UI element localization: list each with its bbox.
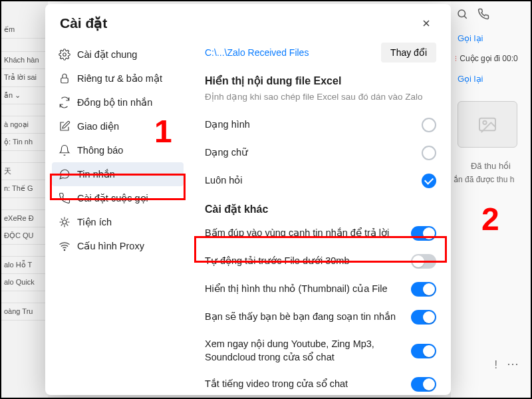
wifi-icon — [59, 240, 70, 252]
bg-recalled-label: Đã thu hồi — [451, 161, 531, 171]
sidebar-item-general[interactable]: Cài đặt chung — [52, 43, 184, 66]
radio-unchecked[interactable] — [422, 146, 436, 160]
toggle-off[interactable] — [411, 254, 436, 269]
sidebar-item-label: Cấu hình Proxy — [77, 241, 144, 251]
excel-option-image[interactable]: Dạng hình — [205, 111, 436, 139]
bg-call-again-2: Gọi lại — [451, 70, 531, 88]
sidebar-item-utilities[interactable]: Tiện ích — [52, 210, 184, 234]
settings-content: C:\...\Zalo Received Files Thay đổi Hiển… — [190, 39, 451, 395]
svg-point-7 — [64, 249, 65, 251]
gear-icon — [59, 49, 70, 61]
svg-point-3 — [483, 121, 486, 124]
sidebar-item-label: Riêng tư & bảo mật — [77, 73, 162, 84]
opt-autoload-file[interactable]: Tự động tải trước File dưới 30mb — [205, 247, 436, 275]
excel-section-sub: Định dạng khi sao chép file Excel sau đó… — [205, 91, 436, 102]
opt-typing-indicator[interactable]: Bạn sẽ thấy bạn bè bạn đang soạn tin nhắ… — [205, 303, 436, 331]
lock-icon — [59, 72, 70, 84]
svg-point-4 — [63, 53, 66, 57]
sidebar-item-label: Thông báo — [77, 145, 123, 156]
bg-status-text: ắn đã được thu h — [451, 171, 531, 188]
toggle-on[interactable] — [411, 344, 436, 358]
excel-section-heading: Hiển thị nội dung file Excel — [205, 74, 436, 87]
excel-option-ask[interactable]: Luôn hỏi — [205, 167, 436, 195]
settings-modal: Cài đặt Cài đặt chung Riêng tư & bảo mật… — [45, 4, 451, 395]
opt-show-thumbnail[interactable]: Hiển thị hình thu nhỏ (Thumbnail) của Fi… — [205, 275, 436, 303]
sidebar-item-label: Tiện ích — [77, 217, 112, 227]
bell-icon — [59, 144, 70, 156]
sidebar-item-label: Tin nhắn — [77, 169, 115, 180]
extension-icon — [59, 216, 70, 228]
svg-rect-5 — [61, 78, 68, 83]
opt-mute-video[interactable]: Tắt tiếng video trong cửa sổ chat — [205, 370, 436, 395]
sync-icon — [59, 96, 70, 108]
settings-sidebar: Cài đặt chung Riêng tư & bảo mật Đồng bộ… — [45, 39, 190, 395]
sidebar-item-messages[interactable]: Tin nhắn — [52, 162, 184, 186]
other-section-heading: Cài đặt khác — [205, 203, 436, 215]
opt-double-click-reply[interactable]: Bấm đúp vào vùng cạnh tin nhắn để trả lờ… — [205, 219, 436, 247]
bg-conversation-list: ếm Khách hàn Trả lời sai ắn ⌄ à ngoại ộ:… — [1, 1, 48, 398]
bg-call-info: ⸽ Cuộc gọi đi 00:0 — [451, 47, 531, 70]
sidebar-item-notifications[interactable]: Thông báo — [52, 138, 184, 162]
more-icon: ⋯ — [507, 356, 519, 371]
excel-option-text[interactable]: Dạng chữ — [205, 139, 436, 167]
phone-icon — [59, 192, 70, 204]
edit-icon — [59, 120, 70, 132]
message-icon — [59, 168, 70, 180]
download-path-link[interactable]: C:\...\Zalo Received Files — [205, 47, 309, 58]
bg-call-again: Gọi lại — [451, 29, 531, 47]
toggle-on[interactable] — [411, 377, 436, 392]
toggle-on[interactable] — [411, 226, 436, 241]
sidebar-item-sync[interactable]: Đồng bộ tin nhắn — [52, 90, 184, 114]
radio-checked[interactable] — [422, 174, 436, 188]
sidebar-item-label: Cài đặt cuộc gọi — [77, 193, 148, 203]
bg-recalled-thumb — [458, 101, 517, 148]
bg-chat-right: Gọi lại ⸽ Cuộc gọi đi 00:0 Gọi lại Đã th… — [451, 1, 531, 398]
sidebar-item-label: Giao diện — [77, 121, 119, 132]
change-path-button[interactable]: Thay đổi — [381, 43, 436, 63]
toggle-on[interactable] — [411, 310, 436, 325]
modal-title: Cài đặt — [60, 15, 107, 31]
radio-unchecked[interactable] — [422, 118, 436, 132]
sidebar-item-proxy[interactable]: Cấu hình Proxy — [52, 234, 184, 258]
opt-media-preview[interactable]: Xem ngay nội dung Youtube, Zing Mp3, Sou… — [205, 331, 436, 370]
warning-icon: ! — [495, 359, 497, 371]
close-button[interactable] — [416, 13, 436, 33]
sidebar-item-interface[interactable]: Giao diện — [52, 114, 184, 138]
svg-point-1 — [458, 10, 466, 17]
sidebar-item-privacy[interactable]: Riêng tư & bảo mật — [52, 66, 184, 90]
toggle-on[interactable] — [411, 282, 436, 297]
sidebar-item-label: Đồng bộ tin nhắn — [77, 97, 152, 108]
search-icon — [456, 8, 468, 23]
phone-icon — [477, 8, 489, 23]
sidebar-item-label: Cài đặt chung — [77, 49, 137, 60]
sidebar-item-call-settings[interactable]: Cài đặt cuộc gọi — [52, 186, 184, 210]
svg-point-6 — [63, 220, 66, 224]
